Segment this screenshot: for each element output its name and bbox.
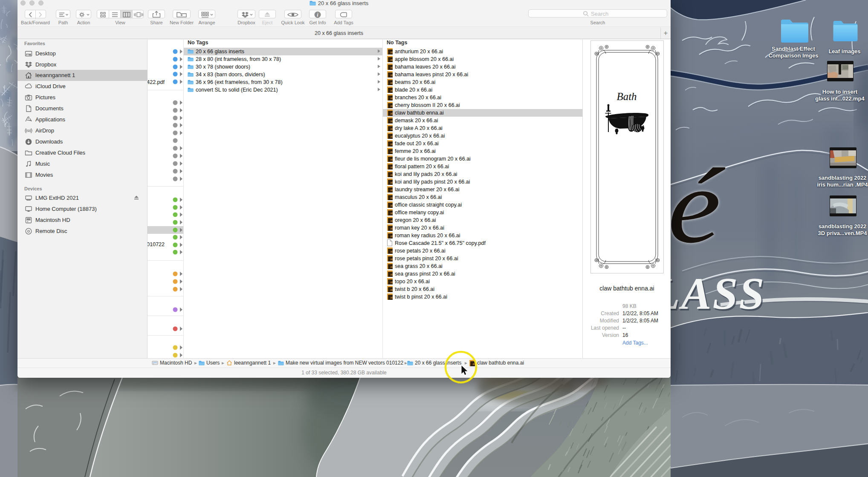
svg-text:ai: ai [391,89,393,92]
svg-text:ai: ai [391,258,393,261]
svg-text:ai: ai [391,97,393,100]
svg-text:ai: ai [391,66,393,69]
svg-text:ai: ai [391,235,393,238]
svg-text:ai: ai [473,362,475,365]
svg-text:ai: ai [391,173,393,176]
svg-text:ai: ai [391,74,393,77]
svg-text:Bath: Bath [616,91,637,102]
svg-text:é: é [668,147,726,265]
svg-text:ai: ai [391,58,393,61]
svg-text:ai: ai [391,219,393,222]
svg-text:ai: ai [391,104,393,107]
svg-text:ai: ai [391,143,393,146]
svg-text:ai: ai [391,250,393,253]
svg-text:ai: ai [391,127,393,130]
svg-text:ai: ai [391,281,393,284]
svg-text:ai: ai [391,150,393,153]
svg-text:ai: ai [391,265,393,268]
svg-text:ai: ai [391,181,393,184]
svg-text:ai: ai [391,288,393,291]
svg-text:ai: ai [391,112,393,115]
svg-text:ai: ai [391,273,393,276]
svg-text:ai: ai [391,227,393,230]
svg-text:ai: ai [391,189,393,192]
svg-text:ai: ai [391,135,393,138]
svg-text:ai: ai [391,51,393,54]
svg-text:ai: ai [391,212,393,215]
svg-text:ai: ai [391,296,393,299]
svg-text:ai: ai [391,204,393,207]
svg-text:ai: ai [391,158,393,161]
svg-text:ai: ai [391,120,393,123]
svg-text:ai: ai [391,166,393,169]
svg-text:ai: ai [391,196,393,199]
svg-text:ai: ai [391,81,393,84]
